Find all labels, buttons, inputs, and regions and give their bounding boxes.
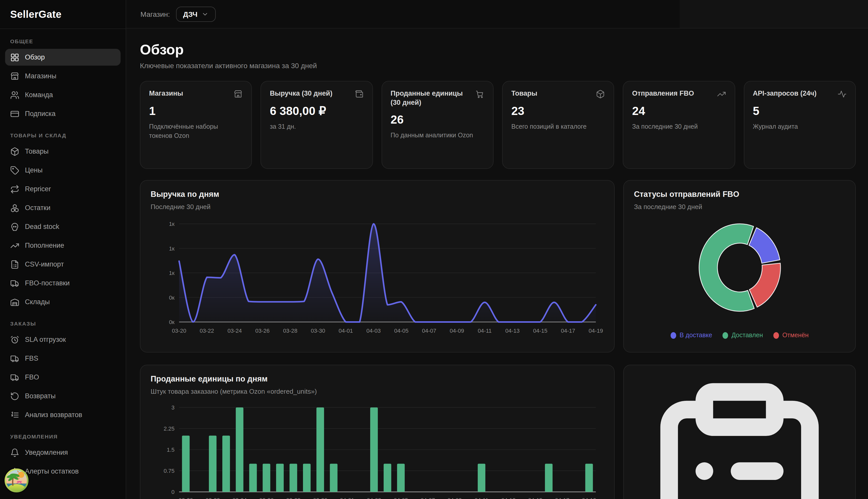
sidebar-item-анализ-возвратов[interactable]: Анализ возвратов [5, 406, 121, 423]
revenue-chart-subtitle: Последние 30 дней [150, 203, 604, 210]
team-icon [10, 90, 19, 99]
sidebar-item-label: CSV-импорт [25, 260, 64, 268]
sidebar-item-label: Уведомления [25, 449, 68, 456]
sidebar-section-title: ЗАКАЗЫ [10, 320, 116, 327]
page-title: Обзор [140, 42, 856, 58]
svg-text:1к: 1к [169, 270, 174, 276]
subscription-icon [10, 109, 19, 118]
stat-card-desc: Подключённые наборы токенов Ozon [149, 122, 243, 141]
sidebar-section-title: ТОВАРЫ И СКЛАД [10, 132, 116, 138]
sidebar-item-csv-импорт[interactable]: CSV-импорт [5, 256, 121, 273]
sla-icon [10, 335, 19, 344]
svg-text:03-24: 03-24 [227, 328, 242, 334]
legend-label: Доставлен [731, 332, 763, 339]
sidebar-item-label: Dead stock [25, 223, 59, 230]
sidebar-item-label: Остатки [25, 204, 50, 211]
sidebar-item-склады[interactable]: Склады [5, 293, 121, 310]
svg-text:1к: 1к [169, 221, 174, 227]
bell-icon [10, 448, 19, 457]
truck-icon [10, 279, 19, 288]
legend-item-в-доставке[interactable]: В доставке [670, 332, 712, 339]
svg-text:03-26: 03-26 [255, 328, 269, 334]
sidebar-item-товары[interactable]: Товары [5, 143, 121, 160]
units-chart-title: Проданные единицы по дням [150, 374, 604, 384]
sidebar-item-остатки[interactable]: Остатки [5, 199, 121, 216]
stat-card-desc: Журнал аудита [753, 122, 847, 131]
legend-item-отменён[interactable]: Отменён [773, 332, 809, 339]
package-icon [596, 89, 605, 99]
svg-text:03-28: 03-28 [283, 328, 297, 334]
sidebar-item-магазины[interactable]: Магазины [5, 68, 121, 84]
sidebar-item-пополнение[interactable]: Пополнение [5, 237, 121, 254]
stat-card-title: Выручка (30 дней) [270, 89, 333, 98]
sidebar-item-label: Товары [25, 147, 49, 155]
topbar: Магазин: ДЗЧ [126, 0, 868, 28]
sidebar-item-label: SLA отгрузок [25, 336, 66, 343]
returns-icon [10, 391, 19, 401]
sidebar-item-dead-stock[interactable]: Dead stock [5, 218, 121, 235]
sidebar-item-repricer[interactable]: Repricer [5, 181, 121, 197]
svg-text:04-15: 04-15 [528, 497, 542, 499]
chevron-down-icon [202, 10, 209, 17]
units-bar-chart: 00.751.52.25303-2003-2203-2403-2603-2803… [150, 401, 604, 499]
stat-card-value: 26 [390, 113, 484, 127]
sidebar-item-fbo[interactable]: FBO [5, 369, 121, 386]
stat-card-title: API-запросов (24ч) [753, 89, 816, 98]
svg-text:04-17: 04-17 [561, 328, 575, 334]
sidebar-nav: ОБЩЕЕОбзорМагазиныКомандаПодпискаТОВАРЫ … [0, 29, 126, 480]
warehouse-icon [10, 297, 19, 306]
store-icon [10, 72, 19, 81]
svg-text:0: 0 [171, 489, 174, 495]
sidebar-item-возвраты[interactable]: Возвраты [5, 388, 121, 404]
sidebar-item-label: FBO [25, 373, 39, 381]
legend-item-доставлен[interactable]: Доставлен [722, 332, 763, 339]
stat-card-value: 5 [753, 104, 847, 118]
svg-text:04-03: 04-03 [366, 328, 381, 334]
sidebar-item-цены[interactable]: Цены [5, 162, 121, 179]
sidebar-item-label: Пополнение [25, 242, 64, 249]
truck-icon [10, 354, 19, 363]
app-logo[interactable]: SellerGate [0, 0, 126, 29]
sidebar-item-label: Обзор [25, 53, 45, 61]
wallet-icon [354, 89, 363, 99]
revenue-chart-title: Выручка по дням [150, 190, 604, 199]
svg-text:1.5: 1.5 [167, 447, 174, 453]
stat-card-desc: По данным аналитики Ozon [390, 131, 484, 140]
island-avatar[interactable] [4, 468, 29, 493]
stat-card-value: 6 380,00 ₽ [270, 104, 364, 118]
sidebar-section-title: УВЕДОМЛЕНИЯ [10, 434, 116, 439]
sidebar-item-sla-отгрузок[interactable]: SLA отгрузок [5, 331, 121, 348]
fbo-status-title: Статусы отправлений FBO [634, 190, 845, 199]
svg-text:04-07: 04-07 [422, 328, 436, 334]
legend-label: Отменён [782, 332, 809, 339]
fbo-status-subtitle: За последние 30 дней [634, 203, 845, 210]
legend-dot [773, 332, 779, 339]
island-illustration [4, 468, 29, 493]
sidebar-item-fbs[interactable]: FBS [5, 350, 121, 367]
svg-text:04-19: 04-19 [589, 328, 603, 334]
sidebar-item-обзор[interactable]: Обзор [5, 49, 121, 65]
svg-text:04-15: 04-15 [533, 328, 547, 334]
deadstock-icon [10, 222, 19, 231]
svg-text:04-01: 04-01 [339, 328, 353, 334]
sidebar-item-уведомления[interactable]: Уведомления [5, 444, 121, 461]
repricer-icon [10, 184, 19, 194]
sidebar-item-label: Repricer [25, 185, 51, 193]
stat-card-1: Выручка (30 дней)6 380,00 ₽за 31 дн. [261, 81, 373, 169]
donut-legend: В доставкеДоставленОтменён [634, 332, 845, 339]
svg-text:03-26: 03-26 [259, 497, 274, 499]
sidebar-item-подписка[interactable]: Подписка [5, 105, 121, 122]
legend-dot [722, 332, 728, 339]
sidebar-item-команда[interactable]: Команда [5, 86, 121, 103]
svg-text:04-13: 04-13 [505, 328, 519, 334]
sidebar-item-label: Алерты остатков [25, 467, 79, 475]
csv-icon [10, 260, 19, 269]
fbo-status-panel: Статусы отправлений FBO За последние 30 … [623, 180, 856, 353]
sidebar-item-fbo-поставки[interactable]: FBO-поставки [5, 275, 121, 291]
store-select-dropdown[interactable]: ДЗЧ [176, 7, 216, 22]
svg-text:04-17: 04-17 [555, 497, 569, 499]
app-root: SellerGate ОБЩЕЕОбзорМагазиныКомандаПодп… [0, 0, 868, 499]
svg-text:03-30: 03-30 [311, 328, 325, 334]
stat-card-title: Товары [511, 89, 537, 98]
package-icon [10, 147, 19, 156]
